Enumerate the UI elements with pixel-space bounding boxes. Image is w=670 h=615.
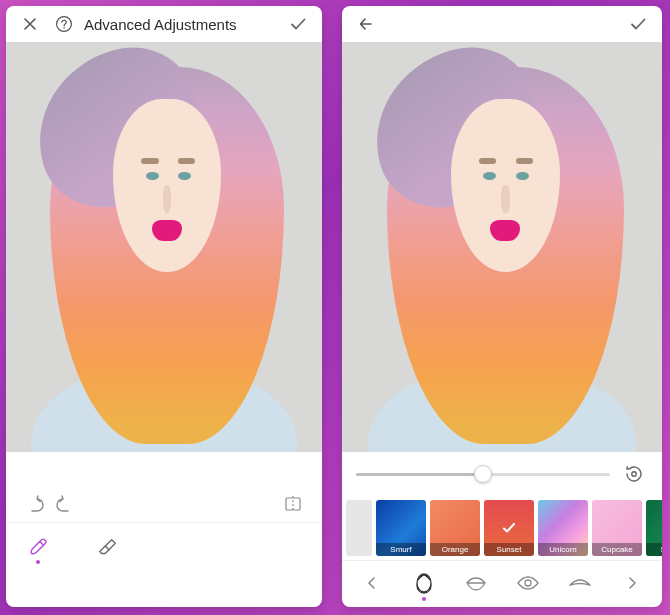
brush-tool[interactable] [16, 536, 60, 564]
topbar-left: Advanced Adjustments [6, 6, 322, 42]
svg-point-3 [632, 472, 636, 476]
svg-point-4 [417, 574, 431, 592]
swatch-label: Orange [430, 543, 480, 556]
history-row [6, 452, 322, 522]
svg-point-1 [63, 27, 64, 28]
feature-lips[interactable] [458, 571, 494, 595]
edit-canvas[interactable] [6, 42, 322, 452]
page-title: Advanced Adjustments [84, 16, 237, 33]
swatch-label: Sprite [646, 543, 662, 556]
swatch-sprite[interactable]: Sprite [646, 500, 662, 556]
tools-row [6, 522, 322, 576]
eraser-tool[interactable] [86, 536, 130, 564]
confirm-button[interactable] [284, 10, 312, 38]
swatch-smurf[interactable]: Smurf [376, 500, 426, 556]
swatch-prev-peek[interactable] [346, 500, 372, 556]
swatch-label: Unicorn [538, 543, 588, 556]
screen-color-picker: SmurfOrangeSunsetUnicornCupcakeSprite [342, 6, 662, 607]
feature-eyes[interactable] [510, 571, 546, 595]
topbar-right [342, 6, 662, 42]
feature-nav-right[interactable] [614, 576, 650, 590]
color-swatch-row: SmurfOrangeSunsetUnicornCupcakeSprite [342, 496, 662, 560]
help-icon[interactable] [50, 10, 78, 38]
feature-hair[interactable] [406, 571, 442, 595]
swatch-orange[interactable]: Orange [430, 500, 480, 556]
close-button[interactable] [16, 10, 44, 38]
swatch-cupcake[interactable]: Cupcake [592, 500, 642, 556]
back-button[interactable] [352, 10, 380, 38]
redo-button[interactable] [50, 494, 80, 514]
svg-point-5 [525, 580, 531, 586]
preview-canvas[interactable] [342, 42, 662, 452]
intensity-slider[interactable] [356, 473, 610, 476]
feature-nav-left[interactable] [354, 576, 390, 590]
compare-split-button[interactable] [278, 494, 308, 514]
undo-button[interactable] [20, 494, 50, 514]
check-icon [484, 500, 534, 556]
feature-brows[interactable] [562, 571, 598, 595]
swatch-label: Smurf [376, 543, 426, 556]
swatch-unicorn[interactable]: Unicorn [538, 500, 588, 556]
feature-row [342, 560, 662, 604]
confirm-button[interactable] [624, 10, 652, 38]
svg-point-0 [57, 17, 72, 32]
screen-adjustments: Advanced Adjustments [6, 6, 322, 607]
slider-row [342, 452, 662, 496]
reset-slider-button[interactable] [620, 463, 648, 485]
lower-panel [6, 452, 322, 607]
swatch-sunset[interactable]: Sunset [484, 500, 534, 556]
swatch-label: Cupcake [592, 543, 642, 556]
